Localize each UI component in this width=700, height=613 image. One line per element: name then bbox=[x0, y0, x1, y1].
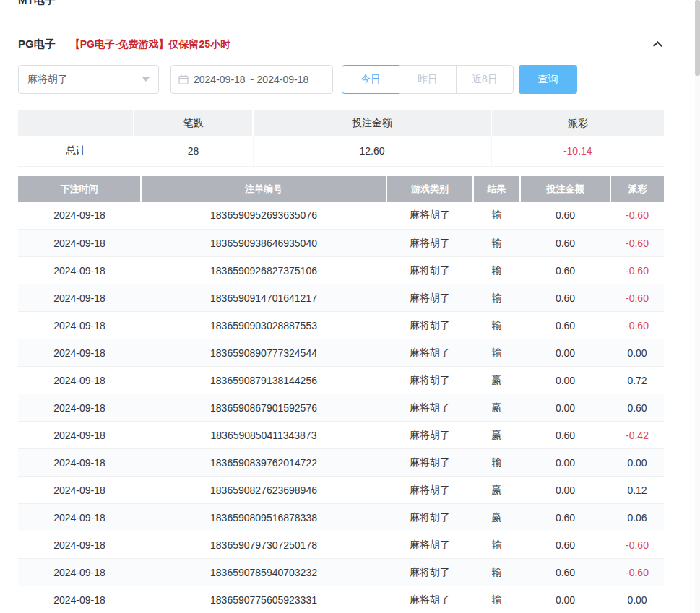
collapse-section-button[interactable] bbox=[651, 40, 664, 50]
cell-result: 输 bbox=[473, 230, 520, 257]
bet-records-table: 下注时间 注单编号 游戏类别 结果 投注金额 派彩 2024-09-181836… bbox=[18, 176, 664, 613]
summary-total-payout: -10.14 bbox=[491, 136, 664, 166]
cell-bet-time: 2024-09-18 bbox=[18, 284, 141, 312]
cell-payout: 0.12 bbox=[610, 477, 664, 504]
cell-order-id: 1836590890777324544 bbox=[141, 339, 386, 367]
cell-bet-time: 2024-09-18 bbox=[18, 339, 141, 367]
cell-game-type: 麻将胡了 bbox=[386, 477, 473, 504]
scrollbar-track[interactable] bbox=[695, 0, 700, 613]
report-page: MT电子 PG电子 【PG电子-免费游戏】仅保留25小时 麻将胡了 2024-0… bbox=[0, 0, 700, 613]
cell-result: 输 bbox=[473, 312, 520, 339]
table-row: 2024-09-181836590827623698946麻将胡了赢0.000.… bbox=[18, 477, 664, 504]
cell-bet-amount: 0.60 bbox=[520, 230, 610, 257]
cell-result: 赢 bbox=[473, 422, 520, 449]
cell-result: 输 bbox=[473, 202, 520, 230]
cell-payout: 0.60 bbox=[610, 394, 664, 422]
table-row: 2024-09-181836590938646935040麻将胡了输0.60-0… bbox=[18, 230, 664, 257]
cell-bet-time: 2024-09-18 bbox=[18, 230, 141, 257]
header-bet-time: 下注时间 bbox=[18, 176, 141, 202]
cell-result: 输 bbox=[473, 449, 520, 477]
cell-bet-amount: 0.00 bbox=[520, 586, 610, 613]
cell-bet-amount: 0.60 bbox=[520, 284, 610, 312]
quick-button-yesterday[interactable]: 昨日 bbox=[399, 65, 457, 94]
cell-game-type: 麻将胡了 bbox=[386, 312, 473, 339]
summary-total-row: 总计 28 12.60 -10.14 bbox=[18, 136, 664, 166]
caret-down-icon bbox=[142, 77, 150, 82]
cell-order-id: 1836590775605923331 bbox=[141, 586, 386, 613]
cell-game-type: 麻将胡了 bbox=[386, 531, 473, 559]
cell-bet-time: 2024-09-18 bbox=[18, 312, 141, 339]
table-row: 2024-09-181836590797307250178麻将胡了输0.60-0… bbox=[18, 531, 664, 559]
summary-total-label: 总计 bbox=[18, 136, 134, 166]
summary-header-empty bbox=[18, 110, 134, 136]
cell-bet-time: 2024-09-18 bbox=[18, 586, 141, 613]
quick-button-today[interactable]: 今日 bbox=[342, 65, 399, 94]
cell-result: 输 bbox=[473, 586, 520, 613]
cell-game-type: 麻将胡了 bbox=[386, 449, 473, 477]
cell-bet-amount: 0.00 bbox=[520, 367, 610, 394]
cell-bet-time: 2024-09-18 bbox=[18, 367, 141, 394]
summary-header-payout: 派彩 bbox=[491, 110, 664, 136]
cell-order-id: 1836590809516878338 bbox=[141, 504, 386, 531]
cell-payout: -0.60 bbox=[610, 559, 664, 586]
quick-date-button-group: 今日 昨日 近8日 bbox=[342, 65, 514, 94]
cell-bet-time: 2024-09-18 bbox=[18, 394, 141, 422]
cell-payout: 0.00 bbox=[610, 449, 664, 477]
header-game-type: 游戏类别 bbox=[386, 176, 473, 202]
cell-payout: -0.60 bbox=[610, 531, 664, 559]
table-row: 2024-09-181836590903028887553麻将胡了输0.60-0… bbox=[18, 312, 664, 339]
cell-bet-amount: 0.60 bbox=[520, 504, 610, 531]
cell-bet-time: 2024-09-18 bbox=[18, 531, 141, 559]
pg-section-header: PG电子 【PG电子-免费游戏】仅保留25小时 bbox=[18, 38, 664, 51]
cell-payout: -0.60 bbox=[610, 202, 664, 230]
cell-game-type: 麻将胡了 bbox=[386, 422, 473, 449]
cell-order-id: 1836590879138144256 bbox=[141, 367, 386, 394]
date-range-value: 2024-09-18 ~ 2024-09-18 bbox=[194, 74, 308, 85]
header-bet-amount: 投注金额 bbox=[520, 176, 610, 202]
cell-payout: 0.06 bbox=[610, 504, 664, 531]
table-row: 2024-09-181836590850411343873麻将胡了赢0.60-0… bbox=[18, 422, 664, 449]
table-row: 2024-09-181836590839762014722麻将胡了输0.000.… bbox=[18, 449, 664, 477]
cell-bet-time: 2024-09-18 bbox=[18, 504, 141, 531]
cell-order-id: 1836590797307250178 bbox=[141, 531, 386, 559]
pg-section-notice: 【PG电子-免费游戏】仅保留25小时 bbox=[70, 38, 230, 51]
table-row: 2024-09-181836590879138144256麻将胡了赢0.000.… bbox=[18, 367, 664, 394]
cell-order-id: 1836590926827375106 bbox=[141, 257, 386, 284]
cell-bet-time: 2024-09-18 bbox=[18, 477, 141, 504]
table-row: 2024-09-181836590926827375106麻将胡了输0.60-0… bbox=[18, 257, 664, 284]
cell-payout: -0.60 bbox=[610, 312, 664, 339]
cell-payout: -0.60 bbox=[610, 284, 664, 312]
cell-result: 输 bbox=[473, 284, 520, 312]
cell-bet-amount: 0.00 bbox=[520, 449, 610, 477]
filter-bar: 麻将胡了 2024-09-18 ~ 2024-09-18 今日 昨日 近8日 查… bbox=[18, 65, 682, 94]
cell-order-id: 1836590785940703232 bbox=[141, 559, 386, 586]
calendar-icon bbox=[178, 74, 189, 84]
cell-order-id: 1836590839762014722 bbox=[141, 449, 386, 477]
cell-game-type: 麻将胡了 bbox=[386, 559, 473, 586]
cell-bet-time: 2024-09-18 bbox=[18, 257, 141, 284]
cell-result: 输 bbox=[473, 339, 520, 367]
cell-bet-amount: 0.60 bbox=[520, 531, 610, 559]
cell-bet-amount: 0.60 bbox=[520, 202, 610, 230]
cell-game-type: 麻将胡了 bbox=[386, 394, 473, 422]
search-button[interactable]: 查询 bbox=[519, 65, 577, 94]
cell-result: 输 bbox=[473, 559, 520, 586]
quick-button-last8days[interactable]: 近8日 bbox=[456, 65, 514, 94]
cell-bet-amount: 0.60 bbox=[520, 422, 610, 449]
cell-game-type: 麻将胡了 bbox=[386, 202, 473, 230]
bet-table-body: 2024-09-181836590952693635076麻将胡了输0.60-0… bbox=[18, 202, 664, 613]
date-range-input[interactable]: 2024-09-18 ~ 2024-09-18 bbox=[170, 65, 333, 94]
header-result: 结果 bbox=[473, 176, 520, 202]
cell-result: 赢 bbox=[473, 477, 520, 504]
table-row: 2024-09-181836590809516878338麻将胡了赢0.600.… bbox=[18, 504, 664, 531]
cell-result: 赢 bbox=[473, 367, 520, 394]
cell-bet-amount: 0.00 bbox=[520, 477, 610, 504]
cell-bet-amount: 0.00 bbox=[520, 394, 610, 422]
cell-result: 输 bbox=[473, 531, 520, 559]
game-select[interactable]: 麻将胡了 bbox=[18, 65, 159, 94]
scrollbar-thumb[interactable] bbox=[695, 0, 700, 76]
section-mt-title: MT电子 bbox=[18, 0, 56, 7]
cell-game-type: 麻将胡了 bbox=[386, 284, 473, 312]
cell-payout: -0.60 bbox=[610, 230, 664, 257]
game-select-value: 麻将胡了 bbox=[27, 73, 68, 86]
